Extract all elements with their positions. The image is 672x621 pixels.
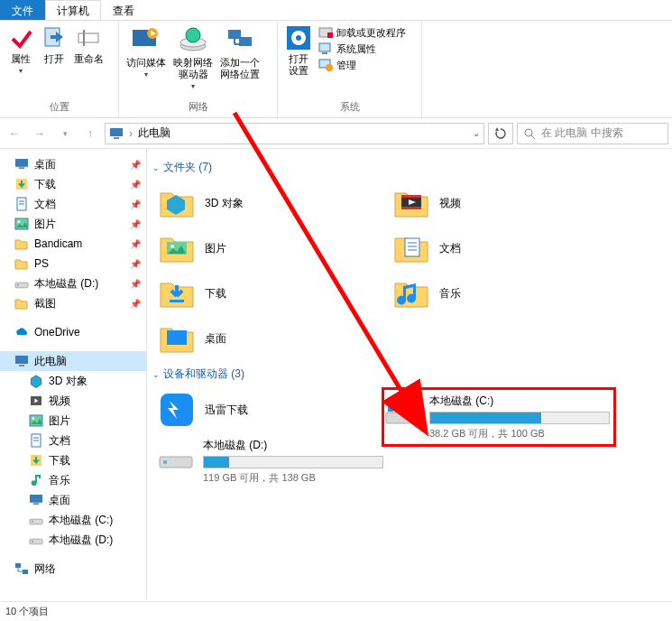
folder-video[interactable]: 视频 [382, 181, 616, 226]
up-button[interactable]: ↑ [79, 123, 101, 144]
drive-c[interactable]: 本地磁盘 (C:) 38.2 GB 可用，共 100 GB [382, 387, 616, 447]
drive-d-freetext: 119 GB 可用，共 138 GB [203, 471, 383, 485]
drive-c-freetext: 38.2 GB 可用，共 100 GB [429, 427, 610, 440]
recent-dropdown[interactable]: ▾ [54, 123, 76, 144]
svg-point-21 [326, 64, 333, 71]
pin-icon: 📌 [130, 180, 141, 190]
access-media-button[interactable]: 访问媒体 [123, 23, 170, 82]
sidebar-quick-6[interactable]: 本地磁盘 (D:) 📌 [0, 273, 146, 293]
folder-doc[interactable]: 文档 [382, 226, 616, 271]
sidebar-quick-4[interactable]: Bandicam 📌 [0, 234, 146, 254]
open-settings-button[interactable]: 打开 设置 [281, 23, 316, 79]
sidebar-quick-7[interactable]: 截图 📌 [0, 293, 146, 313]
svg-rect-61 [401, 195, 421, 198]
svg-point-15 [296, 35, 301, 41]
breadcrumb-this-pc[interactable]: 此电脑 [138, 125, 170, 141]
sidebar-item-label: 文档 [34, 197, 56, 212]
sidebar-thispc-label: 此电脑 [34, 354, 67, 369]
device-xunlei[interactable]: 迅雷下载 [147, 387, 382, 432]
folder-music[interactable]: 音乐 [382, 271, 616, 316]
system-properties-button[interactable]: 系统属性 [316, 41, 409, 57]
sidebar-item-label: 3D 对象 [49, 374, 87, 389]
sidebar-pc-8[interactable]: 本地磁盘 (D:) [0, 530, 146, 550]
tab-file[interactable]: 文件 [0, 0, 45, 20]
svg-rect-75 [388, 406, 393, 412]
sidebar-item-network[interactable]: 网络 [0, 559, 146, 579]
pin-icon: 📌 [130, 219, 141, 229]
svg-rect-48 [30, 495, 42, 503]
doc-icon [392, 229, 430, 267]
forward-button[interactable]: → [29, 123, 51, 144]
svg-rect-19 [322, 52, 327, 54]
section-folders-header[interactable]: ⌄ 文件夹 (7) [147, 154, 665, 181]
sidebar-pc-5[interactable]: 音乐 [0, 470, 146, 490]
sidebar-item-onedrive[interactable]: OneDrive [0, 322, 146, 342]
sidebar-pc-1[interactable]: 视频 [0, 391, 146, 411]
svg-point-8 [186, 28, 200, 42]
sidebar-quick-0[interactable]: 桌面 📌 [0, 154, 146, 174]
add-network-location-button[interactable]: 添加一个 网络位置 [216, 23, 263, 82]
music-icon [392, 274, 430, 312]
svg-rect-23 [114, 137, 119, 139]
uninstall-programs-button[interactable]: 卸载或更改程序 [316, 24, 409, 41]
open-label: 打开 [44, 53, 64, 65]
svg-rect-71 [386, 412, 419, 423]
uninstall-programs-label: 卸载或更改程序 [336, 25, 406, 40]
svg-rect-51 [32, 521, 33, 523]
svg-rect-58 [170, 300, 184, 302]
drive-d[interactable]: 本地磁盘 (D:) 119 GB 可用，共 138 GB [147, 432, 382, 490]
rename-button[interactable]: 重命名 [70, 23, 107, 67]
sidebar-pc-6[interactable]: 桌面 [0, 490, 146, 510]
folder-3d[interactable]: 3D 对象 [147, 181, 382, 226]
pin-icon: 📌 [130, 160, 141, 170]
address-dropdown[interactable]: ⌄ [473, 128, 480, 138]
svg-rect-70 [163, 460, 167, 464]
sidebar-quick-3[interactable]: 图片 📌 [0, 214, 146, 234]
status-text: 10 个项目 [5, 605, 49, 618]
svg-marker-24 [495, 127, 499, 131]
folder-desktop[interactable]: 桌面 [147, 316, 382, 361]
svg-point-25 [525, 129, 532, 136]
svg-rect-37 [15, 356, 28, 364]
pin-icon: 📌 [130, 259, 141, 269]
properties-button[interactable]: 属性 [4, 23, 38, 79]
svg-point-57 [170, 245, 174, 248]
this-pc-icon [109, 126, 124, 141]
sidebar-pc-3[interactable]: 文档 [0, 431, 146, 450]
sidebar-quick-5[interactable]: PS 📌 [0, 254, 146, 273]
video-icon [29, 394, 43, 408]
drive-d-bar [203, 456, 383, 468]
folder-label: 文档 [439, 241, 461, 256]
sidebar-item-this-pc[interactable]: 此电脑 [0, 351, 146, 371]
search-input[interactable]: 在 此电脑 中搜索 [517, 123, 668, 144]
open-button[interactable]: 打开 [38, 23, 70, 67]
sidebar-quick-1[interactable]: 下载 📌 [0, 174, 146, 194]
folder-label: 3D 对象 [205, 196, 244, 211]
section-devices-header[interactable]: ⌄ 设备和驱动器 (3) [147, 361, 665, 387]
back-button[interactable]: ← [4, 123, 25, 144]
sidebar-pc-7[interactable]: 本地磁盘 (C:) [0, 510, 146, 530]
group-system-label: 系统 [281, 98, 418, 114]
refresh-button[interactable] [488, 123, 513, 144]
tab-computer[interactable]: 计算机 [45, 0, 101, 20]
sidebar-item-label: PS [34, 257, 49, 270]
pin-icon: 📌 [130, 279, 141, 289]
sidebar-item-label: 本地磁盘 (D:) [49, 533, 113, 548]
sidebar-item-label: 下载 [34, 177, 56, 192]
sidebar-pc-2[interactable]: 图片 [0, 411, 146, 431]
map-network-drive-button[interactable]: 映射网络 驱动器 [170, 23, 216, 94]
address-bar[interactable]: › 此电脑 ⌄ [105, 123, 484, 144]
sidebar-pc-0[interactable]: 3D 对象 [0, 371, 146, 391]
tab-view[interactable]: 查看 [101, 0, 146, 20]
folder-pic[interactable]: 图片 [147, 226, 382, 271]
sidebar-quick-2[interactable]: 文档 📌 [0, 194, 146, 214]
pin-icon: 📌 [130, 299, 141, 309]
folder-download[interactable]: 下载 [147, 271, 382, 316]
sidebar-item-label: Bandicam [34, 237, 82, 250]
folder-label: 图片 [205, 241, 226, 256]
svg-rect-54 [15, 563, 21, 568]
svg-rect-74 [394, 400, 400, 405]
svg-rect-36 [17, 284, 19, 286]
sidebar-pc-4[interactable]: 下载 [0, 450, 146, 470]
manage-button[interactable]: 管理 [316, 57, 409, 73]
